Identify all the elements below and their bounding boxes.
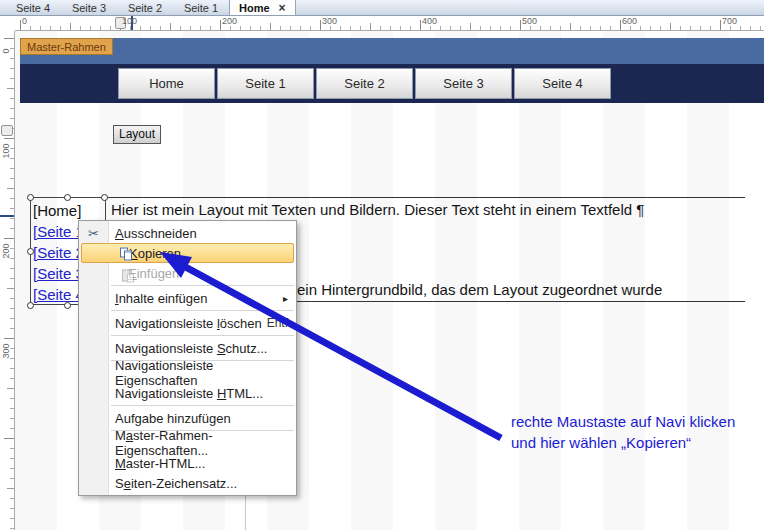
vertical-guide-marker[interactable] [1, 125, 13, 136]
ruler-number: 0 [22, 16, 27, 26]
tab-label: Seite 2 [128, 2, 162, 14]
tab-seite-4[interactable]: Seite 4 [5, 0, 61, 15]
menu-separator [111, 310, 294, 311]
ruler-corner [0, 16, 15, 31]
ruler-number: 300 [322, 16, 337, 26]
table-guide-line [245, 493, 246, 530]
menu-item-label: Aufgabe hinzufügen [115, 411, 231, 426]
menu-separator [111, 405, 294, 406]
navigation-band: HomeSeite 1Seite 2Seite 3Seite 4 [20, 64, 764, 103]
tab-seite-1[interactable]: Seite 1 [173, 0, 229, 15]
scissors-icon: ✂ [86, 226, 101, 241]
horizontal-ruler[interactable]: 0100200300400500600700 [15, 16, 764, 31]
menu-item-label: Navigationsleiste Schutz... [115, 341, 267, 356]
nav-button-seite-1[interactable]: Seite 1 [217, 68, 314, 99]
ruler-number: 100 [122, 16, 137, 26]
annotation-note: rechte Maustaste auf Navi klicken und hi… [511, 411, 735, 453]
menu-item-label: Kopieren [129, 246, 181, 261]
ruler-number: 500 [522, 16, 537, 26]
selection-handle[interactable] [27, 194, 34, 201]
tab-seite-2[interactable]: Seite 2 [117, 0, 173, 15]
tab-label: Seite 1 [184, 2, 218, 14]
ruler-number: 200 [1, 240, 11, 262]
menu-item-label: Navigationsleiste löschen [115, 316, 262, 331]
submenu-arrow-icon: ▸ [283, 293, 288, 304]
master-frame-label[interactable]: Master-Rahmen [20, 38, 113, 55]
text-frame-line2[interactable]: ein Hintergrundbild, das dem Layout zuge… [297, 281, 745, 302]
nav-button-seite-4[interactable]: Seite 4 [514, 68, 611, 99]
menu-item-master-html[interactable]: Master-HTML... [79, 453, 296, 473]
layout-tag[interactable]: Layout [113, 125, 161, 144]
vertical-ruler[interactable]: 0100200300 [0, 31, 15, 530]
menu-item-aufgabe-hinzufügen[interactable]: Aufgabe hinzufügen [79, 408, 296, 428]
menu-item-label: Einfügen [128, 266, 179, 281]
annotation-line1: rechte Maustaste auf Navi klicken [511, 411, 735, 432]
menu-separator [111, 335, 294, 336]
menu-item-navigationsleiste-html[interactable]: Navigationsleiste HTML... [79, 383, 296, 403]
nav-button-home[interactable]: Home [118, 68, 215, 99]
text-frame-line1[interactable]: Hier ist mein Layout mit Texten und Bild… [105, 197, 745, 218]
ruler-number: 100 [1, 140, 11, 162]
ruler-number: 0 [1, 40, 11, 62]
ruler-number: 600 [622, 16, 637, 26]
menu-item-inhalte-einfügen[interactable]: Inhalte einfügen▸ [79, 288, 296, 308]
nav-button-seite-2[interactable]: Seite 2 [316, 68, 413, 99]
tab-label: Seite 3 [72, 2, 106, 14]
ruler-number: 200 [222, 16, 237, 26]
tab-label: Home [239, 2, 270, 14]
app-window: Seite 4Seite 3Seite 2Seite 1Home× 010020… [0, 0, 764, 530]
annotation-line2: und hier wählen „Kopieren“ [511, 432, 735, 453]
selection-handle[interactable] [64, 302, 71, 309]
ruler-number: 700 [722, 16, 737, 26]
document-tabbar: Seite 4Seite 3Seite 2Seite 1Home× [0, 0, 764, 16]
site-navigation-bar: HomeSeite 1Seite 2Seite 3Seite 4 [118, 68, 613, 99]
copy-icon [120, 247, 134, 262]
menu-item-kopieren[interactable]: Kopieren [81, 243, 294, 263]
navlist-link[interactable]: [Home] [33, 200, 105, 221]
tab-close-icon[interactable]: × [279, 3, 286, 13]
tab-home[interactable]: Home× [229, 0, 296, 15]
ruler-number: 300 [1, 340, 11, 362]
ruler-number: 400 [422, 16, 437, 26]
menu-item-navigationsleiste-löschen[interactable]: Navigationsleiste löschenEntf [79, 313, 296, 333]
tab-seite-3[interactable]: Seite 3 [61, 0, 117, 15]
context-menu: ✂AusschneidenKopierenEinfügenInhalte ein… [78, 220, 297, 496]
vertical-cursor-line [0, 215, 14, 217]
tab-label: Seite 4 [16, 2, 50, 14]
menu-item-label: Master-HTML... [115, 456, 205, 471]
menu-item-label: Navigationsleiste HTML... [115, 386, 263, 401]
menu-item-ausschneiden[interactable]: ✂Ausschneiden [79, 223, 296, 243]
menu-item-master-rahmen-eigenschaften[interactable]: Master-Rahmen-Eigenschaften... [79, 433, 296, 453]
menu-item-einfügen: Einfügen [79, 263, 296, 283]
menu-item-label: Seiten-Zeichensatz... [115, 476, 237, 491]
selection-handle[interactable] [27, 302, 34, 309]
menu-item-navigationsleiste-schutz[interactable]: Navigationsleiste Schutz... [79, 338, 296, 358]
header-band [20, 38, 764, 64]
menu-item-navigationsleiste-eigenschaften[interactable]: Navigationsleiste Eigenschaften [79, 363, 296, 383]
selection-handle[interactable] [27, 248, 34, 255]
selection-handle[interactable] [64, 194, 71, 201]
paste-icon [122, 268, 135, 283]
menu-shortcut: Entf [267, 316, 288, 330]
menu-item-label: Ausschneiden [115, 226, 197, 241]
menu-separator [111, 285, 294, 286]
menu-item-seiten-zeichensatz[interactable]: Seiten-Zeichensatz... [79, 473, 296, 493]
menu-item-label: Inhalte einfügen [115, 291, 208, 306]
nav-button-seite-3[interactable]: Seite 3 [415, 68, 512, 99]
selection-handle[interactable] [101, 194, 108, 201]
